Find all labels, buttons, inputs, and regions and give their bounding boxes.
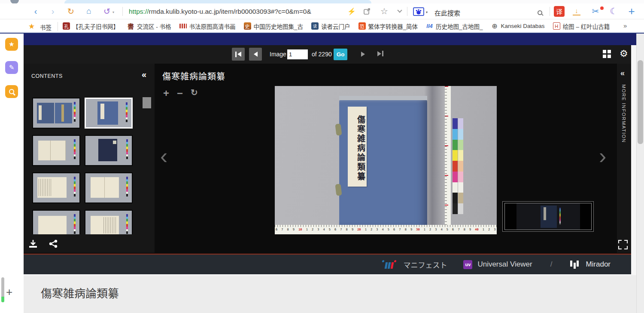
bookmark-favicon: 書 [127, 22, 134, 30]
collapse-left-panel-icon[interactable]: « [142, 70, 146, 80]
prev-image-button[interactable] [249, 48, 262, 61]
calibration-column-right [458, 118, 463, 214]
moon-icon[interactable]: ☾ [608, 6, 619, 17]
mirador-logo-icon [570, 261, 579, 268]
home-icon[interactable]: ⌂ [83, 6, 94, 17]
download-icon[interactable]: ↓ [573, 7, 580, 15]
thumbnail-5[interactable] [32, 172, 80, 203]
viewer-image-title: 傷寒雑病論類纂 [162, 70, 225, 82]
share-image-icon[interactable] [49, 239, 58, 250]
uv-logo-icon: uv [463, 260, 472, 269]
translate-icon[interactable]: 译 [554, 6, 565, 17]
bookmark-item[interactable]: 書交流区 - 书格 [127, 22, 171, 31]
grid-view-icon[interactable] [603, 50, 611, 58]
search-engine-caret-icon[interactable]: ▾ [426, 10, 428, 14]
collapse-right-panel-icon[interactable]: « [620, 69, 625, 78]
forward-icon[interactable]: › [47, 6, 58, 17]
bookmark-item[interactable]: 书法原图高清书画 [179, 22, 236, 31]
search-icon[interactable] [538, 9, 542, 17]
notification-badge [600, 6, 604, 10]
bookmark-label: 繁体字转换器_简体 [368, 22, 418, 31]
sidebar-star-icon[interactable]: ★ [5, 38, 18, 51]
settings-gear-icon[interactable]: ⚙ [620, 48, 628, 59]
sidebar-edit-icon[interactable]: ✎ [5, 61, 18, 74]
thumbnail-6[interactable] [85, 172, 133, 203]
toolbar-divider [122, 7, 123, 16]
zoom-out-icon[interactable]: − [177, 87, 183, 99]
viewer-footer-bar: マニフェスト uv Universal Viewer / Mirador [24, 255, 636, 274]
bookmarks-bar: ★ 书签 孔【孔夫子旧书网】 書交流区 - 书格 书法原图高清书画 史中国历史地… [0, 19, 644, 34]
lightning-icon[interactable]: ⚡ [346, 6, 357, 17]
more-information-label[interactable]: MORE INFORMATION [621, 84, 626, 143]
baidu-paw-icon[interactable] [413, 7, 424, 16]
browser-scrollbar[interactable] [636, 34, 644, 313]
contents-title: CONTENTS [31, 73, 63, 79]
thumbnail-4[interactable] [85, 135, 133, 166]
bookmark-label: 交流区 - 书格 [137, 22, 171, 31]
thumbnail-8[interactable] [85, 210, 133, 234]
bookmark-item[interactable]: 史中国历史地图集_古 [244, 22, 304, 31]
undo-dropdown-caret-icon[interactable]: ▾ [112, 10, 114, 14]
bookmarks-overflow-icon[interactable]: » [623, 22, 627, 29]
share-icon[interactable] [361, 6, 373, 17]
bookmark-item[interactable]: 范繁体字转换器_简体 [358, 22, 418, 31]
rotate-icon[interactable]: ↻ [191, 87, 198, 98]
contents-scrollbar-thumb[interactable] [143, 97, 151, 108]
bookmark-favicon: 范 [358, 22, 366, 30]
page-slider[interactable] [1, 277, 4, 302]
screen: ‹ › ↻ ⌂ ↺ ▾ https://rmda.kulib.kyoto-u.a… [0, 0, 644, 313]
next-image-button[interactable] [361, 51, 365, 58]
browser-tab[interactable] [64, 0, 371, 3]
bookmark-item[interactable]: 读读者云门户 [311, 22, 350, 31]
sidebar-search-icon[interactable] [5, 85, 18, 98]
universal-viewer-link[interactable]: Universal Viewer [477, 260, 532, 269]
navigator-panel[interactable] [502, 201, 594, 232]
scrollbar-thumb[interactable] [638, 60, 643, 144]
first-image-button[interactable] [232, 48, 245, 61]
url-text: rmda.kulib.kyoto-u.ac.jp/item/rb00003093… [149, 8, 311, 15]
zoom-in-icon[interactable]: + [163, 87, 169, 99]
thumbnail-7[interactable] [32, 210, 80, 234]
image-number-input[interactable] [287, 49, 308, 59]
bookmark-item[interactable]: H绘图 – 红叶山古籍 [553, 22, 610, 31]
favorite-star-icon[interactable]: ☆ [379, 6, 390, 17]
manifest-link[interactable]: マニフェスト [403, 259, 447, 270]
next-page-arrow[interactable]: › [599, 147, 606, 165]
chevron-down-icon[interactable] [394, 6, 405, 17]
book-clasp [335, 184, 342, 196]
last-image-button[interactable] [377, 51, 383, 56]
bookmark-item[interactable]: 孔【孔夫子旧书网】 [63, 22, 119, 31]
undo-icon[interactable]: ↺ [101, 6, 112, 17]
bookmark-item[interactable]: ll4历史地图_古地图_ [426, 22, 483, 31]
download-image-icon[interactable] [28, 239, 38, 250]
bookmark-favicon: ⊕ [491, 22, 498, 30]
viewer-footer-links: マニフェスト uv Universal Viewer / Mirador [382, 255, 611, 274]
bookmark-label: Kanseki Databas [501, 23, 545, 29]
thumbnail-2-selected[interactable] [85, 98, 133, 129]
refresh-icon[interactable]: ↻ [65, 6, 76, 17]
bookmarks-star-icon[interactable]: ★ [28, 22, 35, 31]
bookmarks-label[interactable]: 书签 [40, 23, 52, 31]
zoom-plus-icon[interactable]: + [6, 285, 12, 299]
bookmark-favicon: ll4 [426, 22, 433, 30]
toolbar-divider [550, 7, 550, 16]
search-input[interactable]: 在此搜索 [434, 8, 460, 17]
thumbnail-3[interactable] [32, 135, 80, 166]
bookmark-favicon: H [553, 22, 560, 30]
go-button[interactable]: Go [334, 49, 347, 60]
vertical-ruler [445, 86, 451, 234]
calibration-column-left [453, 118, 458, 214]
back-icon[interactable]: ‹ [30, 6, 41, 17]
scissors-icon[interactable]: ✂ [590, 6, 601, 17]
address-bar[interactable]: https://rmda.kulib.kyoto-u.ac.jp/item/rb… [129, 6, 311, 17]
prev-page-arrow[interactable]: ‹ [160, 147, 167, 165]
bookmark-item[interactable]: ⊕Kanseki Databas [491, 22, 545, 30]
right-gap [631, 45, 636, 275]
thumbnail-1[interactable] [32, 98, 80, 129]
mirador-link[interactable]: Mirador [586, 260, 611, 269]
fullscreen-icon[interactable] [618, 240, 628, 249]
navigator-view-rect[interactable] [504, 203, 592, 230]
viewer-nav-bar: Image of 2290 Go ⚙ [24, 45, 631, 64]
main-image[interactable]: 傷寒雑病論類纂 67891012345678920123456789301234… [275, 86, 497, 234]
new-tab-plus-icon[interactable]: + [626, 6, 637, 17]
